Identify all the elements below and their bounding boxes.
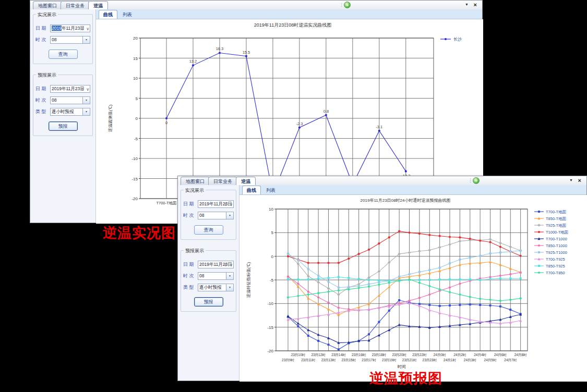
add-tab-icon[interactable]: + — [344, 2, 351, 8]
svg-text:-10: -10 — [131, 156, 138, 161]
forecast-type-combobox[interactable]: 逐小时预报 ▼ — [50, 108, 90, 116]
svg-text:23日21时: 23日21时 — [402, 358, 417, 362]
date-dropdown-icon[interactable]: ∨ — [86, 86, 89, 93]
time-value: 08 — [52, 37, 56, 42]
live-group-title: 实况展示 — [184, 187, 206, 194]
forecast-main-panel: 曲线 列表 1050-5-10-15-2023日9时23日10时23日11时23… — [239, 185, 586, 381]
date-dropdown-icon[interactable]: ∨ — [230, 262, 233, 268]
svg-text:0: 0 — [136, 116, 138, 121]
tab-inversion[interactable]: 逆温 — [88, 1, 108, 9]
svg-text:24日4时: 24日4时 — [474, 353, 486, 357]
svg-text:23日15时: 23日15时 — [342, 358, 356, 362]
live-time-combobox[interactable]: 08 ▼ — [198, 212, 234, 219]
forecast-display-group: 预报展示 日 期 2019年11月23日 ⇕ ∨ 时 次 08 ▼ — [181, 250, 236, 312]
time-value: 08 — [52, 97, 56, 103]
collapse-icon[interactable]: ▼ — [569, 178, 573, 182]
live-display-group: 实况展示 日 期 2019年11月23日 ⇕ ∨ 时 次 08 ▼ — [181, 190, 236, 240]
svg-text:-20: -20 — [267, 349, 273, 353]
tab-daily-business[interactable]: 日常业务 — [208, 177, 237, 185]
collapse-icon[interactable]: ▼ — [465, 3, 469, 6]
live-display-group: 实况展示 日 期 2019年11月23日 ⇕ ∨ 时 次 08 ▼ — [33, 14, 93, 64]
time-label: 时 次 — [183, 273, 198, 279]
svg-text:0.8: 0.8 — [324, 109, 329, 114]
date-spinner-icon[interactable]: ⇕ — [80, 26, 84, 32]
forecast-date-input[interactable]: 2019年11月23日 ⇕ ∨ — [50, 85, 90, 93]
combo-dropdown-icon[interactable]: ▼ — [82, 97, 90, 104]
forecast-curve-chart: 1050-5-10-15-2023日9时23日10时23日11时23日12时23… — [239, 195, 587, 382]
forecast-chart-area: 1050-5-10-15-2023日9时23日10时23日11时23日12时23… — [239, 195, 586, 382]
tab-list[interactable]: 列表 — [262, 186, 280, 194]
svg-text:24日0时: 24日0时 — [434, 353, 446, 357]
forecast-time-combobox[interactable]: 08 ▼ — [198, 272, 234, 280]
live-time-combobox[interactable]: 08 ▼ — [50, 36, 90, 44]
svg-text:15: 15 — [133, 56, 138, 61]
drag-handle-icon[interactable]: ⋮ — [468, 177, 473, 183]
date-dropdown-icon[interactable]: ∨ — [230, 201, 233, 208]
svg-text:23日19时: 23日19时 — [382, 358, 397, 362]
close-icon[interactable]: × — [578, 177, 581, 184]
svg-text:-10: -10 — [267, 301, 273, 306]
svg-text:T700-T850: T700-T850 — [546, 271, 565, 275]
svg-text:T850-T925: T850-T925 — [546, 264, 565, 268]
close-icon[interactable]: × — [474, 1, 477, 8]
svg-text:23日9时: 23日9时 — [282, 358, 294, 362]
query-button[interactable]: 查询 — [49, 50, 78, 59]
tab-list[interactable]: 列表 — [118, 10, 136, 19]
live-date-input[interactable]: 2019年11月23日 ⇕ ∨ — [198, 200, 234, 208]
date-label: 日 期 — [35, 25, 50, 32]
svg-text:T700-T1000: T700-T1000 — [546, 237, 567, 241]
query-button[interactable]: 查询 — [194, 225, 223, 235]
svg-text:23日16时: 23日16时 — [352, 353, 366, 357]
tab-curve[interactable]: 曲线 — [99, 10, 117, 19]
svg-text:5: 5 — [136, 96, 138, 101]
svg-text:T925-T1000: T925-T1000 — [546, 250, 567, 255]
tab-map-window[interactable]: 地图窗口 — [33, 1, 62, 9]
svg-text:10: 10 — [133, 76, 138, 81]
date-spinner-icon[interactable]: ⇕ — [224, 201, 227, 208]
combo-dropdown-icon[interactable]: ▼ — [82, 108, 90, 115]
forecast-date-input[interactable]: 2019年11月23日 ⇕ ∨ — [198, 261, 234, 268]
combo-dropdown-icon[interactable]: ▼ — [226, 284, 233, 291]
tab-curve[interactable]: 曲线 — [242, 186, 261, 194]
forecast-button[interactable]: 预报 — [49, 121, 78, 131]
svg-text:T700-T地面: T700-T地面 — [156, 201, 177, 205]
combo-dropdown-icon[interactable]: ▼ — [82, 36, 90, 43]
forecast-button[interactable]: 预报 — [194, 297, 223, 307]
svg-text:10: 10 — [269, 207, 273, 212]
type-value: 逐小时预报 — [199, 285, 222, 290]
forecast-time-combobox[interactable]: 08 ▼ — [50, 96, 90, 104]
svg-text:24日3时: 24日3时 — [464, 358, 476, 362]
svg-text:逆温观测值(℃): 逆温观测值(℃) — [108, 104, 113, 132]
live-date-input[interactable]: 2019年11月23日 ⇕ ∨ — [50, 24, 90, 32]
svg-text:23日10时: 23日10时 — [291, 353, 306, 357]
svg-text:23日14时: 23日14时 — [331, 353, 346, 357]
svg-text:-15: -15 — [131, 177, 138, 181]
add-tab-icon[interactable]: + — [473, 177, 480, 184]
drag-handle-icon[interactable]: ⋮ — [339, 2, 344, 8]
observed-toolbar: 地图窗口 日常业务 逆温 ⋮ + ▼ × — [30, 1, 482, 10]
svg-text:23日22时: 23日22时 — [412, 353, 427, 357]
observed-annotation: 逆温实况图 — [103, 224, 176, 242]
tab-map-window[interactable]: 地图窗口 — [181, 177, 210, 185]
svg-text:23日12时: 23日12时 — [311, 353, 326, 357]
svg-text:-5: -5 — [134, 137, 138, 141]
svg-text:时间: 时间 — [398, 364, 406, 369]
date-spinner-icon[interactable]: ⇕ — [224, 262, 227, 268]
combo-dropdown-icon[interactable]: ▼ — [226, 212, 233, 219]
svg-text:24日2时: 24日2时 — [453, 353, 466, 357]
svg-text:23日18时: 23日18时 — [372, 353, 387, 357]
tab-inversion[interactable]: 逆温 — [236, 177, 256, 185]
observed-sidebar: 实况展示 日 期 2019年11月23日 ⇕ ∨ 时 次 08 ▼ — [30, 9, 96, 223]
window-tab-bar: 地图窗口 日常业务 逆温 — [181, 177, 254, 185]
date-spinner-icon[interactable]: ⇕ — [80, 86, 84, 93]
forecast-sidebar: 实况展示 日 期 2019年11月23日 ⇕ ∨ 时 次 08 ▼ — [178, 185, 239, 381]
forecast-toolbar: 地图窗口 日常业务 逆温 ⋮ + ▼ × — [178, 176, 586, 186]
tab-daily-business[interactable]: 日常业务 — [61, 1, 90, 9]
live-group-title: 实况展示 — [36, 11, 58, 18]
date-dropdown-icon[interactable]: ∨ — [86, 26, 89, 32]
svg-text:-5: -5 — [270, 278, 274, 283]
date-label: 日 期 — [183, 261, 198, 268]
combo-dropdown-icon[interactable]: ▼ — [226, 273, 233, 279]
forecast-type-combobox[interactable]: 逐小时预报 ▼ — [198, 284, 234, 291]
svg-text:23日23时: 23日23时 — [423, 358, 437, 362]
